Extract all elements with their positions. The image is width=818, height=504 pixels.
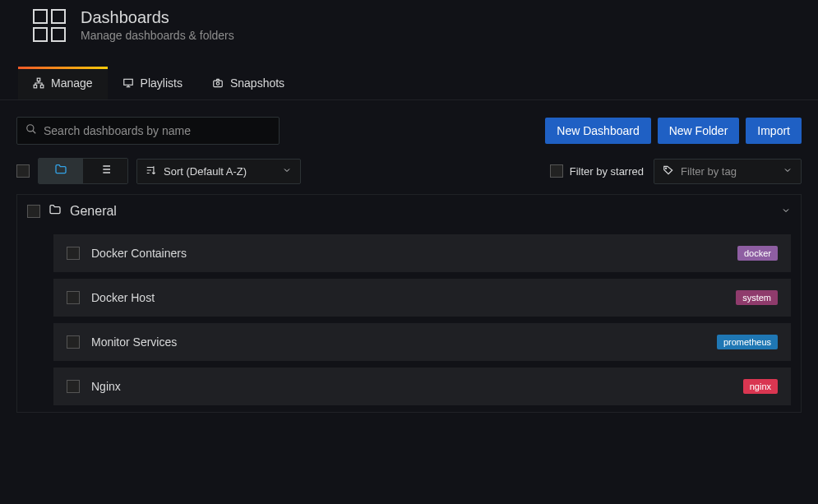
view-folder-button[interactable] (39, 159, 83, 183)
page-subtitle: Manage dashboards & folders (81, 29, 234, 42)
folder-checkbox[interactable] (27, 205, 40, 218)
filter-starred-checkbox[interactable] (550, 164, 563, 178)
folder-header[interactable]: General (17, 195, 801, 228)
tab-playlists[interactable]: Playlists (108, 67, 197, 99)
sort-icon (146, 164, 157, 178)
item-checkbox[interactable] (67, 291, 80, 304)
dashboard-item[interactable]: Nginx nginx (53, 368, 791, 405)
select-all-checkbox[interactable] (16, 164, 30, 178)
filter-tag-select[interactable]: Filter by tag (654, 159, 802, 184)
tab-label: Snapshots (230, 76, 284, 90)
sort-select[interactable]: Sort (Default A-Z) (136, 159, 301, 184)
search-box[interactable] (16, 117, 280, 145)
sort-label: Sort (Default A-Z) (164, 165, 247, 178)
dashboard-item[interactable]: Docker Host system (53, 279, 791, 317)
svg-rect-1 (34, 85, 37, 88)
item-tag[interactable]: prometheus (717, 335, 778, 349)
toolbar-row: Sort (Default A-Z) Filter by starred Fil… (0, 153, 818, 194)
item-checkbox[interactable] (67, 335, 80, 349)
tabs: Manage Playlists Snapshots (0, 67, 818, 100)
list-icon (99, 163, 112, 179)
camera-icon (212, 77, 224, 89)
svg-rect-2 (40, 85, 44, 88)
tag-icon (663, 164, 674, 178)
filter-starred-toggle[interactable]: Filter by starred (550, 164, 644, 178)
svg-point-5 (216, 82, 220, 86)
new-dashboard-button[interactable]: New Dashboard (545, 118, 650, 144)
tab-manage[interactable]: Manage (18, 67, 108, 99)
page-header: Dashboards Manage dashboards & folders (0, 0, 818, 50)
filter-starred-label: Filter by starred (570, 165, 644, 178)
svg-point-7 (666, 168, 667, 169)
item-checkbox[interactable] (67, 247, 80, 260)
item-checkbox[interactable] (67, 380, 80, 393)
item-tag[interactable]: docker (737, 246, 778, 261)
svg-rect-4 (214, 81, 223, 87)
item-tag[interactable]: nginx (743, 379, 778, 394)
search-input[interactable] (44, 124, 270, 137)
tab-snapshots[interactable]: Snapshots (197, 67, 299, 99)
chevron-down-icon (783, 165, 793, 178)
view-toggle (38, 158, 128, 184)
dashboard-list: General Docker Containers docker Docker … (16, 194, 802, 413)
controls-row: New Dashboard New Folder Import (0, 100, 818, 153)
svg-point-6 (27, 125, 34, 132)
item-name: Docker Host (91, 291, 724, 304)
filter-tag-label: Filter by tag (681, 165, 737, 178)
dashboard-item[interactable]: Docker Containers docker (53, 234, 791, 272)
presentation-icon (122, 77, 134, 89)
item-name: Docker Containers (91, 247, 726, 260)
dashboard-item[interactable]: Monitor Services prometheus (53, 323, 791, 361)
tab-label: Playlists (141, 76, 183, 90)
tab-label: Manage (51, 76, 93, 90)
svg-rect-0 (37, 78, 40, 81)
item-tag[interactable]: system (736, 290, 778, 305)
item-name: Monitor Services (91, 335, 705, 349)
import-button[interactable]: Import (746, 118, 802, 144)
item-name: Nginx (91, 380, 732, 393)
search-icon (25, 123, 37, 138)
chevron-down-icon (781, 204, 791, 219)
svg-rect-3 (123, 79, 132, 85)
dashboards-icon (33, 9, 66, 42)
chevron-down-icon (282, 165, 292, 178)
folder-icon (49, 203, 62, 220)
page-title: Dashboards (81, 8, 234, 27)
folder-name: General (70, 204, 117, 219)
sitemap-icon (33, 77, 44, 89)
view-list-button[interactable] (83, 159, 127, 183)
new-folder-button[interactable]: New Folder (658, 118, 740, 144)
folder-icon (54, 163, 67, 179)
